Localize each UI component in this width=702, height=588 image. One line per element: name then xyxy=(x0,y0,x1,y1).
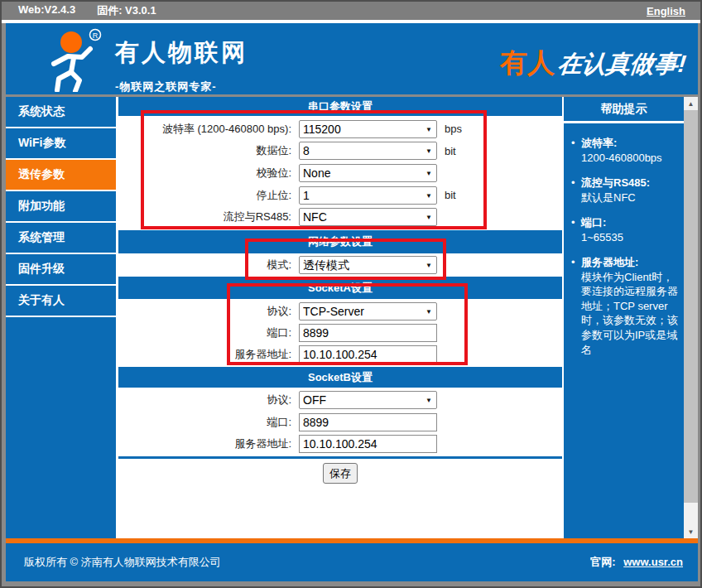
brand-header: R 有人物联网 -物联网之联网专家- 有人 在认真做事! xyxy=(6,23,698,94)
bullet-icon: • xyxy=(571,255,581,357)
help-desc: 1200-460800bps xyxy=(581,152,662,164)
stop-bits-select[interactable]: 1 xyxy=(299,186,437,205)
mode-select[interactable]: 透传模式 xyxy=(299,256,437,274)
baud-rate-select-wrap: 115200 xyxy=(299,120,437,138)
scroll-down-icon[interactable]: ▼ xyxy=(684,525,698,538)
form-row-socket-b-server-address: 服务器地址: xyxy=(118,435,562,453)
socket-a-rows: 协议: TCP-Server 端口: 服务器地址: xyxy=(118,299,562,367)
content-area: 系统状态 WiFi参数 透传参数 附加功能 系统管理 固件升级 关于有人 串口参… xyxy=(6,97,698,538)
flow-control-select-wrap: NFC xyxy=(299,208,437,226)
slogan-white-text: 在认真做事! xyxy=(556,48,688,81)
form-row-stop-bits: 停止位: 1 bit xyxy=(118,186,562,205)
socket-a-protocol-label: 协议: xyxy=(118,304,291,319)
socket-a-protocol-select[interactable]: TCP-Server xyxy=(299,302,437,321)
socket-a-server-address-input[interactable] xyxy=(299,345,437,364)
top-version-bar: Web:V2.4.3 固件: V3.0.1 English xyxy=(2,2,700,20)
stop-bits-unit: bit xyxy=(445,189,456,201)
socket-b-port-input[interactable] xyxy=(299,413,437,431)
official-site-label: 官网: xyxy=(590,556,615,568)
help-item-port: • 端口: 1~65535 xyxy=(571,215,681,244)
scroll-up-icon[interactable]: ▲ xyxy=(684,97,698,110)
baud-rate-select[interactable]: 115200 xyxy=(299,120,437,138)
socket-b-server-address-label: 服务器地址: xyxy=(118,436,291,451)
parity-select[interactable]: None xyxy=(299,164,437,182)
socket-a-protocol-select-wrap: TCP-Server xyxy=(299,302,437,321)
help-panel-body: • 波特率: 1200-460800bps • 流控与RS485: 默认是NFC… xyxy=(564,123,684,538)
baud-rate-unit: bps xyxy=(445,123,462,135)
scrollbar-thumb[interactable] xyxy=(684,110,698,503)
data-bits-select[interactable]: 8 xyxy=(299,142,437,160)
sidebar-item-system-management[interactable]: 系统管理 xyxy=(6,223,116,254)
sidebar-item-wifi-params[interactable]: WiFi参数 xyxy=(6,128,116,160)
sidebar-item-label: 系统管理 xyxy=(18,230,65,245)
socket-b-rows: 协议: OFF 端口: 服务器地址: xyxy=(118,388,562,456)
socket-a-server-address-label: 服务器地址: xyxy=(118,347,291,362)
socket-b-protocol-label: 协议: xyxy=(118,393,291,407)
section-header-socket-b: SocketB设置 xyxy=(118,367,562,388)
sidebar-item-label: 固件升级 xyxy=(18,262,65,277)
socket-b-protocol-select[interactable]: OFF xyxy=(299,391,437,409)
sidebar-item-about-usr[interactable]: 关于有人 xyxy=(6,286,116,317)
form-row-flow-control: 流控与RS485: NFC xyxy=(118,208,562,226)
sidebar-item-firmware-upgrade[interactable]: 固件升级 xyxy=(6,254,116,286)
data-bits-label: 数据位: xyxy=(118,143,291,158)
parity-label: 校验位: xyxy=(118,166,291,181)
settings-form: 串口参数设置 波特率 (1200-460800 bps): 115200 bps… xyxy=(118,97,562,538)
form-row-data-bits: 数据位: 8 bit xyxy=(118,142,562,160)
help-desc: 默认是NFC xyxy=(581,191,636,204)
help-item-flow-control: • 流控与RS485: 默认是NFC xyxy=(571,176,681,205)
help-scrollbar[interactable]: ▲ ▼ xyxy=(684,97,698,538)
help-panel: 帮助提示 • 波特率: 1200-460800bps • 流控与RS485: 默… xyxy=(564,97,684,538)
brand-slogan: 有人 在认真做事! xyxy=(500,45,686,82)
sidebar-item-label: 透传参数 xyxy=(18,167,65,182)
sidebar-item-label: 系统状态 xyxy=(18,104,65,119)
data-bits-select-wrap: 8 xyxy=(299,142,437,160)
footer-bar: 版权所有 © 济南有人物联网技术有限公司 官网: www.usr.cn xyxy=(6,543,698,581)
help-term: 流控与RS485: xyxy=(581,176,650,189)
form-row-baud-rate: 波特率 (1200-460800 bps): 115200 bps xyxy=(118,120,562,138)
socket-b-server-address-input[interactable] xyxy=(299,435,437,453)
help-desc: 模块作为Client时，要连接的远程服务器地址；TCP server时，该参数无… xyxy=(581,271,678,356)
save-button-area: 保存 xyxy=(118,459,562,538)
help-item-server-address: • 服务器地址: 模块作为Client时，要连接的远程服务器地址；TCP ser… xyxy=(571,255,681,357)
sidebar-item-system-status[interactable]: 系统状态 xyxy=(6,97,116,128)
bullet-icon: • xyxy=(571,136,581,165)
brand-title: 有人物联网 xyxy=(115,36,248,70)
help-term: 波特率: xyxy=(581,137,617,149)
form-row-socket-a-port: 端口: xyxy=(118,324,562,342)
socket-b-protocol-select-wrap: OFF xyxy=(299,391,437,409)
sidebar-item-label: 关于有人 xyxy=(18,293,65,308)
form-row-socket-a-protocol: 协议: TCP-Server xyxy=(118,302,562,321)
socket-a-port-input[interactable] xyxy=(299,324,437,342)
sidebar-item-label: 附加功能 xyxy=(18,199,65,214)
help-panel-wrap: 帮助提示 • 波特率: 1200-460800bps • 流控与RS485: 默… xyxy=(564,97,698,538)
serial-params-rows: 波特率 (1200-460800 bps): 115200 bps 数据位: 8… xyxy=(118,116,562,230)
brand-tagline: -物联网之联网专家- xyxy=(115,80,248,94)
help-term: 端口: xyxy=(581,216,606,229)
mode-select-wrap: 透传模式 xyxy=(299,256,437,274)
bullet-icon: • xyxy=(571,176,581,205)
save-button[interactable]: 保存 xyxy=(323,463,358,484)
network-params-rows: 模式: 透传模式 xyxy=(118,253,562,277)
official-site-link[interactable]: www.usr.cn xyxy=(623,556,683,568)
copyright-text: 版权所有 © 济南有人物联网技术有限公司 xyxy=(24,555,221,570)
parity-select-wrap: None xyxy=(299,164,437,182)
section-header-serial-params: 串口参数设置 xyxy=(118,97,562,116)
data-bits-unit: bit xyxy=(445,145,456,157)
slogan-orange-text: 有人 xyxy=(500,47,555,78)
help-item-baud-rate: • 波特率: 1200-460800bps xyxy=(571,136,681,165)
stop-bits-select-wrap: 1 xyxy=(299,186,437,205)
bullet-icon: • xyxy=(571,215,581,244)
app-window: Web:V2.4.3 固件: V3.0.1 English R 有人物联网 -物… xyxy=(0,0,702,588)
socket-b-port-label: 端口: xyxy=(118,415,291,430)
sidebar-item-label: WiFi参数 xyxy=(18,136,65,151)
section-header-socket-a: SocketA设置 xyxy=(118,277,562,299)
sidebar-item-extra-functions[interactable]: 附加功能 xyxy=(6,191,116,223)
english-language-link[interactable]: English xyxy=(647,5,685,17)
sidebar-item-transparent-params[interactable]: 透传参数 xyxy=(6,160,116,191)
flow-control-select[interactable]: NFC xyxy=(299,208,437,226)
socket-a-port-label: 端口: xyxy=(118,325,291,340)
baud-rate-label: 波特率 (1200-460800 bps): xyxy=(118,122,291,137)
svg-text:R: R xyxy=(93,31,99,40)
flow-control-label: 流控与RS485: xyxy=(118,210,291,224)
